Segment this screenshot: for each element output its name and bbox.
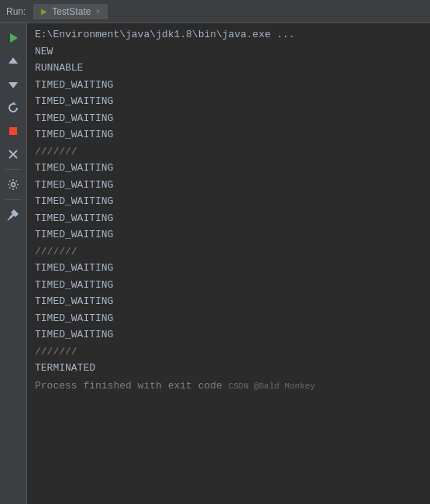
console-line: TIMED_WAITING	[27, 326, 430, 343]
console-line: TIMED_WAITING	[27, 77, 430, 94]
console-text: TIMED_WAITING	[35, 227, 113, 243]
console-line: ///////	[27, 143, 430, 161]
console-text: ///////	[35, 144, 77, 160]
console-text: TIMED_WAITING	[35, 127, 113, 143]
console-line: TIMED_WAITING	[27, 260, 430, 277]
tab-close-icon[interactable]: ×	[95, 7, 100, 16]
rerun-button[interactable]	[3, 98, 23, 118]
console-line: NEW	[27, 43, 430, 60]
close-button[interactable]	[3, 144, 23, 164]
svg-point-7	[12, 183, 15, 187]
console-line: TIMED_WAITING	[27, 110, 430, 127]
tab[interactable]: ▶ TestState ×	[33, 4, 108, 19]
tab-icon: ▶	[41, 7, 47, 16]
console-line: TIMED_WAITING	[27, 93, 430, 110]
console-text: NEW	[35, 44, 53, 60]
scroll-up-button[interactable]	[3, 51, 23, 71]
tab-name: TestState	[52, 6, 91, 17]
console-line: ///////	[27, 243, 430, 261]
path-line: E:\Environment\java\jdk1.8\bin\java.exe …	[27, 26, 430, 43]
svg-line-8	[8, 217, 11, 220]
console-text: TIMED_WAITING	[35, 278, 113, 293]
console-line: TIMED_WAITING	[27, 126, 430, 143]
tab-bar: Run: ▶ TestState ×	[0, 0, 430, 23]
console-text: TIMED_WAITING	[35, 94, 113, 109]
scroll-down-button[interactable]	[3, 74, 23, 95]
console-line: TERMINATED	[27, 360, 430, 377]
console-text: TIMED_WAITING	[35, 294, 113, 309]
console-line: TIMED_WAITING	[27, 310, 430, 327]
settings-button[interactable]	[3, 174, 23, 195]
watermark-text: CSDN @Bald Monkey	[229, 381, 315, 391]
console-text: TERMINATED	[35, 361, 95, 376]
console-line: TIMED_WAITING	[27, 193, 430, 210]
process-line: Process finished with exit code CSDN @Ba…	[27, 377, 430, 395]
console-text: TIMED_WAITING	[35, 327, 113, 343]
svg-marker-2	[9, 82, 18, 88]
console-text: ///////	[35, 244, 77, 260]
console-text: RUNNABLE	[35, 60, 83, 76]
svg-marker-1	[9, 57, 18, 64]
process-text: Process finished with exit code	[35, 380, 229, 392]
content-area[interactable]: E:\Environment\java\jdk1.8\bin\java.exe …	[27, 23, 430, 504]
svg-marker-3	[13, 102, 16, 105]
svg-marker-0	[10, 33, 18, 43]
console-text: ///////	[35, 344, 77, 360]
console-text: TIMED_WAITING	[35, 161, 113, 176]
console-text: TIMED_WAITING	[35, 178, 113, 193]
console-text: TIMED_WAITING	[35, 311, 113, 326]
console-line: RUNNABLE	[27, 60, 430, 77]
console-text: TIMED_WAITING	[35, 261, 113, 276]
console-line: TIMED_WAITING	[27, 277, 430, 294]
console-line: TIMED_WAITING	[27, 210, 430, 227]
pin-button[interactable]	[3, 205, 23, 225]
play-button[interactable]	[3, 28, 23, 48]
left-toolbar	[0, 23, 27, 504]
run-label: Run:	[6, 6, 26, 17]
path-text: E:\Environment\java\jdk1.8\bin\java.exe …	[35, 27, 294, 43]
console-text: TIMED_WAITING	[35, 78, 113, 93]
console-text: TIMED_WAITING	[35, 111, 113, 126]
console-text: TIMED_WAITING	[35, 194, 113, 209]
svg-rect-4	[9, 127, 17, 135]
console-line: TIMED_WAITING	[27, 293, 430, 310]
console-text: TIMED_WAITING	[35, 211, 113, 226]
console-line: ///////	[27, 343, 430, 361]
console-line: TIMED_WAITING	[27, 160, 430, 177]
stop-button[interactable]	[3, 121, 23, 141]
console-line: TIMED_WAITING	[27, 226, 430, 243]
console-line: TIMED_WAITING	[27, 177, 430, 194]
